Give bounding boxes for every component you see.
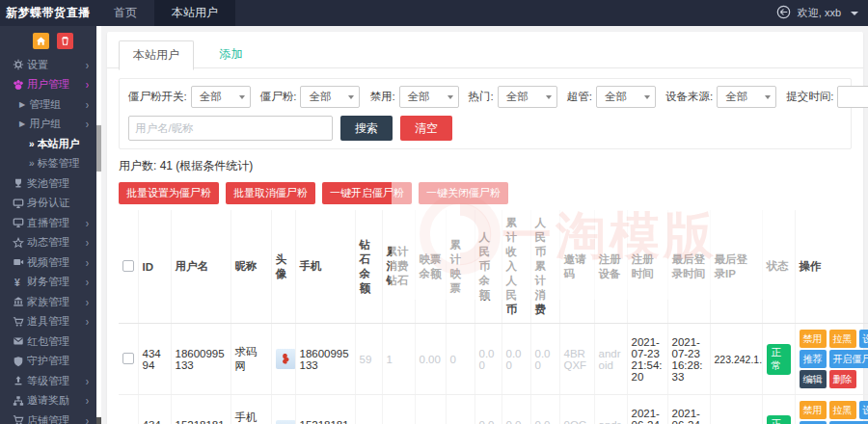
sidebar-item-家族管理[interactable]: 家族管理› <box>0 292 96 312</box>
sidebar-item-道具管理[interactable]: 道具管理› <box>0 312 96 332</box>
sidebar: 设置›用户管理›▶管理组›▶用户组›»本站用户»标签管理奖池管理身份认证直播管理… <box>0 26 96 424</box>
topbar-tab-本站用户[interactable]: 本站用户 <box>154 0 235 26</box>
filter-row-1: 僵尸粉开关:全部僵尸粉:全部禁用:全部热门:全部超管:全部设备来源:全部提交时间… <box>128 86 842 108</box>
cell-nickname: 求码网 <box>231 324 271 395</box>
sidebar-item-管理组[interactable]: ▶管理组› <box>0 94 96 115</box>
sidebar-item-视频管理[interactable]: 视频管理› <box>0 252 96 273</box>
sub-marker-icon: » <box>29 158 35 169</box>
sidebar-item-label: 等级管理 <box>27 374 86 388</box>
sidebar-item-本站用户[interactable]: »本站用户 <box>0 134 96 154</box>
select-all-checkbox[interactable] <box>122 260 134 272</box>
row-checkbox-cell <box>119 324 138 395</box>
filter-select-3[interactable]: 全部 <box>498 86 557 108</box>
action-button-删除[interactable]: 删除 <box>829 370 856 388</box>
fullscreen-icon[interactable] <box>776 5 791 21</box>
cell-status: 正常 <box>762 395 795 424</box>
sidebar-item-红包管理[interactable]: 红包管理 <box>0 331 96 352</box>
filter-select-2[interactable]: 全部 <box>399 86 459 108</box>
filter-select-5[interactable]: 全部 <box>717 86 776 108</box>
sidebar-item-等级管理[interactable]: 等级管理› <box>0 371 96 391</box>
trash-button[interactable] <box>57 33 73 49</box>
sidebar-item-邀请奖励[interactable]: 邀请奖励› <box>0 391 96 411</box>
clear-button[interactable]: 清空 <box>400 116 452 141</box>
cell-invite_code: 4BRQXF <box>559 324 594 395</box>
sidebar-item-label: 设置 <box>27 58 86 72</box>
batch-button-2[interactable]: 一键开启僵尸粉 <box>322 182 412 204</box>
scrollbar-arrow[interactable] <box>96 417 101 424</box>
sidebar-item-设置[interactable]: 设置› <box>0 55 96 75</box>
scrollbar-thumb[interactable] <box>96 125 101 172</box>
bank-icon <box>13 296 27 307</box>
cell-rmb: 0.00 <box>475 395 502 424</box>
filter-label-3: 热门: <box>469 90 494 104</box>
col-header-最后登录IP: 最后登录IP <box>710 210 762 324</box>
cell-rmb_spent: 0.00 <box>530 395 559 424</box>
batch-button-1[interactable]: 批量取消僵尸粉 <box>226 182 315 204</box>
col-header-用户名: 用户名 <box>171 210 231 324</box>
topbar-tab-首页[interactable]: 首页 <box>96 0 154 26</box>
sidebar-item-守护管理[interactable]: 守护管理 <box>0 352 96 372</box>
col-header-注册时间: 注册时间 <box>627 210 667 324</box>
col-header-状态: 状态 <box>762 210 795 324</box>
action-button-禁用[interactable]: 禁用 <box>800 330 827 348</box>
action-button-拉黑[interactable]: 拉黑 <box>829 401 856 419</box>
filter-select-4[interactable]: 全部 <box>596 86 656 108</box>
gear-icon <box>13 59 27 70</box>
status-badge: 正常 <box>767 344 791 375</box>
table-row: 4349418600995133求码网186009951335910.0000.… <box>119 324 868 395</box>
batch-button-3[interactable]: 一键关闭僵尸粉 <box>419 182 508 204</box>
home-button[interactable] <box>33 33 49 49</box>
col-header-操作: 操作 <box>795 210 868 324</box>
sidebar-item-直播管理[interactable]: 直播管理› <box>0 213 96 233</box>
action-button-设置超管[interactable]: 设置超管 <box>859 330 868 348</box>
sidebar-item-label: 邀请奖励 <box>27 393 86 408</box>
action-button-开启僵尸粉[interactable]: 开启僵尸粉 <box>829 350 868 368</box>
sitemap-icon <box>13 395 27 407</box>
action-button-禁用[interactable]: 禁用 <box>800 401 827 419</box>
username-search-input[interactable] <box>128 116 333 141</box>
chevron-right-icon: › <box>86 296 89 308</box>
time-from-input[interactable] <box>837 86 868 108</box>
sidebar-item-身份认证[interactable]: 身份认证 <box>0 194 96 214</box>
sidebar-item-label: 视频管理 <box>27 255 86 270</box>
cell-phone: 15218181103 <box>295 395 355 424</box>
sidebar-item-标签管理[interactable]: »标签管理 <box>0 154 96 174</box>
chevron-right-icon: › <box>86 217 89 229</box>
topbar-user-area[interactable]: 欢迎, xxb <box>776 0 858 26</box>
row-checkbox[interactable] <box>122 353 134 364</box>
action-button-拉黑[interactable]: 拉黑 <box>829 330 856 348</box>
sidebar-item-奖池管理[interactable]: 奖池管理 <box>0 173 96 194</box>
trophy-icon <box>13 177 27 189</box>
batch-button-0[interactable]: 批量设置为僵尸粉 <box>119 182 219 204</box>
tab-site-users[interactable]: 本站用户 <box>119 40 194 70</box>
sidebar-item-用户组[interactable]: ▶用户组› <box>0 115 96 135</box>
action-button-推荐[interactable]: 推荐 <box>800 350 827 368</box>
cell-avatar <box>271 324 295 395</box>
page: 新梦蝶带货直播 首页本站用户 欢迎, xxb 设置›用户管理›▶管理组›▶用户组… <box>0 0 868 424</box>
action-button-设置超管[interactable]: 设置超管 <box>859 401 868 419</box>
filter-select-1[interactable]: 全部 <box>300 86 360 108</box>
cell-ticket: 0.00 <box>415 324 446 395</box>
sidebar-item-label: 本站用户 <box>38 137 89 151</box>
sidebar-item-财务管理[interactable]: ¥财务管理› <box>0 273 96 293</box>
sidebar-scrollbar[interactable] <box>96 26 101 424</box>
cell-id: 43494 <box>138 324 171 395</box>
envelope-icon <box>13 335 27 347</box>
sidebar-item-店铺管理[interactable]: 店铺管理› <box>0 411 96 424</box>
avatar <box>276 349 296 369</box>
chevron-right-icon: › <box>86 118 89 130</box>
welcome-text[interactable]: 欢迎, xxb <box>798 6 841 20</box>
batch-buttons-row: 批量设置为僵尸粉批量取消僵尸粉一键开启僵尸粉一键关闭僵尸粉 <box>119 182 852 204</box>
col-header-人民币余额: 人民币余额 <box>475 210 502 324</box>
monitor-icon <box>13 198 27 209</box>
action-button-编辑[interactable]: 编辑 <box>800 370 827 388</box>
filter-select-0[interactable]: 全部 <box>191 86 251 108</box>
cell-actions: 禁用拉黑设置超管取消热门推荐开启僵尸粉设置为僵尸粉编辑删除 <box>795 324 868 395</box>
col-header-ID: ID <box>138 210 171 324</box>
sidebar-quick-buttons <box>0 26 96 55</box>
search-button[interactable]: 搜索 <box>340 116 393 141</box>
sidebar-item-用户管理[interactable]: 用户管理› <box>0 75 96 95</box>
sidebar-item-动态管理[interactable]: 动态管理› <box>0 233 96 253</box>
shield-icon <box>13 356 27 367</box>
tab-add[interactable]: 添加 <box>219 46 242 63</box>
